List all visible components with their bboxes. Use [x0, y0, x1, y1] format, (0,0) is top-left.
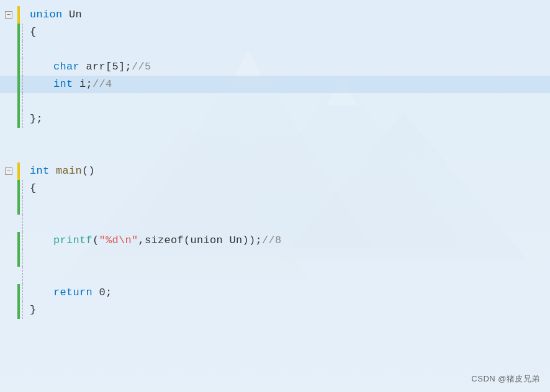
green-bar: [17, 249, 20, 267]
line-content: union Un: [26, 6, 82, 24]
collapse-icon[interactable]: −: [5, 11, 12, 19]
code-line: printf("%d\n",sizeof(union Un));//8: [0, 232, 550, 249]
line-content: }: [26, 301, 37, 319]
line-content: [26, 197, 60, 215]
line-content: [26, 215, 37, 232]
line-content: };: [26, 110, 43, 128]
code-line: [0, 145, 550, 163]
block-v-line: [22, 232, 23, 249]
code-line: [0, 41, 550, 58]
green-bar: [17, 93, 20, 110]
line-content: [26, 145, 37, 163]
code-line: [0, 249, 550, 267]
line-content: [26, 41, 60, 58]
code-line: return 0;: [0, 284, 550, 301]
line-content: {: [26, 180, 37, 197]
block-v-line: [22, 249, 23, 267]
code-line: [0, 93, 550, 110]
block-v-line: [22, 76, 23, 93]
code-line: [0, 128, 550, 145]
green-bar: [17, 197, 20, 215]
block-v-line: [22, 180, 23, 197]
code-area: −union Un{ char arr[5];//5int i;//4 }; −…: [0, 0, 550, 325]
line-content: int i;//4: [26, 76, 112, 93]
line-content: [26, 267, 37, 284]
block-v-line: [22, 197, 23, 215]
block-v-line: [22, 93, 23, 110]
code-line: −int main(): [0, 163, 550, 180]
block-v-line: [22, 215, 23, 232]
code-line: [0, 197, 550, 215]
green-bar: [17, 284, 20, 301]
block-v-line: [22, 24, 23, 41]
collapse-icon[interactable]: −: [5, 167, 12, 175]
green-bar: [17, 41, 20, 58]
green-bar: [17, 110, 20, 128]
block-v-line: [22, 58, 23, 76]
line-content: printf("%d\n",sizeof(union Un));//8: [26, 232, 282, 249]
line-content: [26, 128, 37, 145]
yellow-bar: [17, 6, 20, 24]
block-v-line: [22, 284, 23, 301]
line-content: char arr[5];//5: [26, 58, 151, 76]
line-content: {: [26, 24, 37, 41]
block-v-line: [22, 301, 23, 319]
code-line: int i;//4: [0, 76, 550, 93]
green-bar: [17, 24, 20, 41]
code-line: −union Un: [0, 6, 550, 24]
code-line: }: [0, 301, 550, 319]
green-bar: [17, 180, 20, 197]
watermark: CSDN @猪皮兄弟: [471, 373, 540, 385]
code-line: {: [0, 24, 550, 41]
code-line: [0, 267, 550, 284]
green-bar: [17, 232, 20, 249]
line-content: [26, 249, 60, 267]
code-line: char arr[5];//5: [0, 58, 550, 76]
code-line: };: [0, 110, 550, 128]
code-line: {: [0, 180, 550, 197]
block-v-line: [22, 41, 23, 58]
line-content: return 0;: [26, 284, 112, 301]
green-bar: [17, 301, 20, 319]
block-v-line: [22, 267, 23, 284]
code-line: [0, 215, 550, 232]
block-v-line: [22, 110, 23, 128]
green-bar: [17, 76, 20, 93]
yellow-bar: [17, 163, 20, 180]
editor-container: −union Un{ char arr[5];//5int i;//4 }; −…: [0, 0, 550, 392]
line-content: int main(): [26, 163, 95, 180]
green-bar: [17, 58, 20, 76]
line-content: [26, 93, 60, 110]
